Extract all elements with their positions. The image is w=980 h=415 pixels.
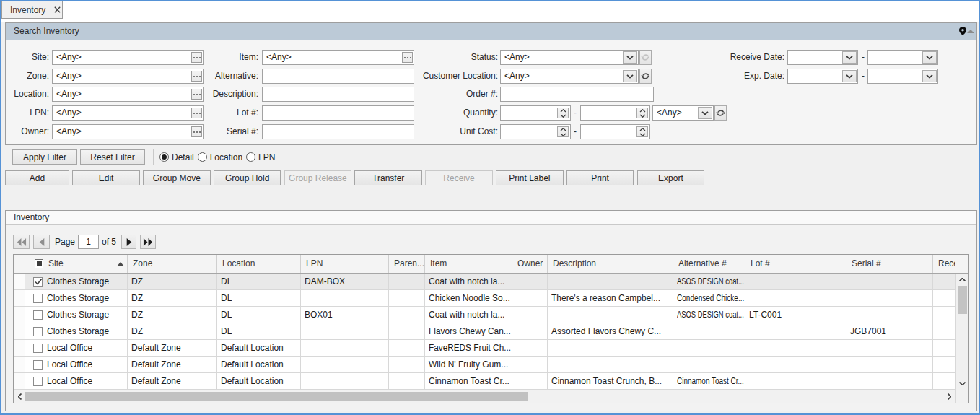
customer-location-combo-dropdown-icon[interactable]: [623, 70, 637, 82]
table-row[interactable]: Clothes StorageDZDLDAM-BOXCoat with notc…: [14, 274, 968, 290]
add-button[interactable]: Add: [5, 170, 69, 185]
customer-location-refresh-button[interactable]: [639, 69, 652, 84]
scroll-down-icon[interactable]: [956, 377, 968, 390]
unit-cost-to-field-spinner-icon[interactable]: [636, 126, 648, 137]
row-indicator[interactable]: [14, 323, 25, 340]
grid-header-location[interactable]: Location: [217, 255, 301, 273]
grid-header-serial-[interactable]: Serial #: [846, 255, 933, 273]
radio-detail-label: Detail: [172, 152, 194, 162]
horizontal-scrollbar[interactable]: [14, 390, 955, 403]
exp-date-to-combo-dropdown-icon[interactable]: [922, 70, 937, 82]
quantity-from-field-spinner-icon[interactable]: [557, 108, 569, 118]
search-panel-header: Search Inventory: [6, 23, 976, 40]
order-label: Order #:: [382, 87, 498, 102]
receive-date-from-combo[interactable]: [787, 50, 858, 65]
unit-cost-from-field-spinner-icon[interactable]: [557, 126, 569, 137]
apply-filter-button[interactable]: Apply Filter: [12, 149, 77, 165]
quantity-from-field[interactable]: [500, 105, 571, 121]
grid-header-description[interactable]: Description: [548, 255, 673, 273]
select-all-checkbox[interactable]: [35, 259, 43, 268]
radio-location-circle[interactable]: [198, 152, 207, 162]
grid-cell-text: DL: [221, 274, 232, 289]
row-checkbox[interactable]: [33, 327, 43, 336]
row-indicator[interactable]: [14, 373, 25, 390]
receive-date-from-combo-dropdown-icon[interactable]: [842, 51, 857, 64]
horizontal-scrollbar-thumb[interactable]: [25, 392, 528, 401]
table-row[interactable]: Local OfficeDefault ZoneDefault Location…: [14, 340, 968, 357]
group-move-button[interactable]: Group Move: [143, 170, 211, 185]
table-row[interactable]: Local OfficeDefault ZoneDefault Location…: [14, 357, 968, 373]
grid-header-lot-[interactable]: Lot #: [745, 255, 846, 273]
row-checkbox[interactable]: [33, 344, 43, 353]
exp-date-to-combo[interactable]: [867, 69, 938, 84]
scroll-up-icon[interactable]: [956, 274, 968, 286]
quantity-unit-combo-dropdown-icon[interactable]: [698, 107, 712, 119]
order-field[interactable]: [500, 87, 654, 102]
tab-close-icon[interactable]: [54, 6, 61, 13]
radio-lpn-circle[interactable]: [246, 152, 255, 162]
vertical-scrollbar[interactable]: [955, 274, 968, 390]
receive-date-to-combo[interactable]: [867, 50, 938, 65]
row-indicator[interactable]: [14, 357, 25, 373]
exp-date-from-combo[interactable]: [787, 69, 858, 84]
grid-cell: Local Office: [43, 357, 128, 373]
first-page-button[interactable]: [13, 235, 30, 249]
scroll-right-icon[interactable]: [943, 390, 955, 403]
group-hold-button[interactable]: Group Hold: [214, 170, 281, 185]
row-checkbox[interactable]: [33, 360, 43, 370]
quantity-to-field-spinner-icon[interactable]: [636, 108, 648, 118]
table-row[interactable]: Clothes StorageDZDLChicken Noodle So...T…: [14, 290, 968, 307]
radio-location[interactable]: Location: [198, 152, 242, 162]
table-row[interactable]: Clothes StorageDZDLFlavors Chewy Can...A…: [14, 323, 968, 340]
export-button[interactable]: Export: [637, 170, 705, 185]
grid-cell: DZ: [128, 290, 217, 307]
row-checkbox[interactable]: [33, 310, 43, 320]
print-button[interactable]: Print: [566, 170, 634, 185]
pin-icon[interactable]: [959, 27, 966, 35]
receive-date-to-combo-dropdown-icon[interactable]: [922, 51, 937, 64]
row-indicator[interactable]: [14, 274, 25, 290]
radio-detail-circle[interactable]: [159, 152, 169, 162]
row-checkbox[interactable]: [33, 377, 43, 386]
customer-location-combo[interactable]: <Any>: [500, 69, 639, 84]
next-page-button[interactable]: [121, 235, 136, 249]
exp-date-from-combo-dropdown-icon[interactable]: [842, 70, 857, 82]
grid-header-owner[interactable]: Owner: [512, 255, 548, 273]
grid-header-lpn[interactable]: LPN: [301, 255, 389, 273]
vertical-scrollbar-thumb[interactable]: [958, 286, 967, 314]
page-number-input[interactable]: 1: [78, 235, 99, 249]
radio-lpn[interactable]: LPN: [246, 152, 275, 162]
prev-page-button[interactable]: [33, 235, 50, 249]
unit-cost-to-field[interactable]: [580, 124, 650, 139]
edit-button[interactable]: Edit: [72, 170, 140, 185]
print-label-button[interactable]: Print Label: [496, 170, 564, 185]
grid-header-paren-[interactable]: Paren...: [389, 255, 425, 273]
transfer-button[interactable]: Transfer: [354, 170, 422, 185]
tab-inventory[interactable]: Inventory: [1, 1, 63, 19]
status-combo[interactable]: <Any>: [500, 50, 639, 65]
grid-cell: [512, 274, 548, 290]
unit-cost-from-field[interactable]: [500, 124, 571, 139]
row-checkbox[interactable]: [33, 277, 43, 287]
quantity-to-field[interactable]: [580, 105, 650, 121]
row-indicator[interactable]: [14, 340, 25, 357]
quantity-refresh-button[interactable]: [714, 105, 727, 121]
table-row[interactable]: Local OfficeDefault ZoneDefault Location…: [14, 373, 968, 390]
grid-cell: Cinnamon Toast Cr...: [425, 373, 512, 390]
grid-header-alternative-[interactable]: Alternative #: [673, 255, 745, 273]
row-indicator[interactable]: [14, 307, 25, 323]
scroll-left-icon[interactable]: [14, 390, 26, 403]
last-page-button[interactable]: [140, 235, 156, 249]
radio-detail[interactable]: Detail: [159, 152, 194, 162]
status-combo-dropdown-icon[interactable]: [623, 51, 637, 64]
reset-filter-button[interactable]: Reset Filter: [80, 149, 145, 165]
grid-header-site[interactable]: Site: [43, 255, 128, 273]
row-indicator[interactable]: [14, 290, 25, 307]
collapse-panel-icon[interactable]: [967, 30, 974, 33]
grid-header-zone[interactable]: Zone: [128, 255, 217, 273]
grid-header-recei[interactable]: Recei: [933, 255, 955, 273]
table-row[interactable]: Clothes StorageDZDLBOX01Coat with notch …: [14, 307, 968, 323]
row-checkbox[interactable]: [33, 294, 43, 303]
quantity-unit-combo[interactable]: <Any>: [652, 105, 714, 121]
grid-header-item[interactable]: Item: [425, 255, 512, 273]
